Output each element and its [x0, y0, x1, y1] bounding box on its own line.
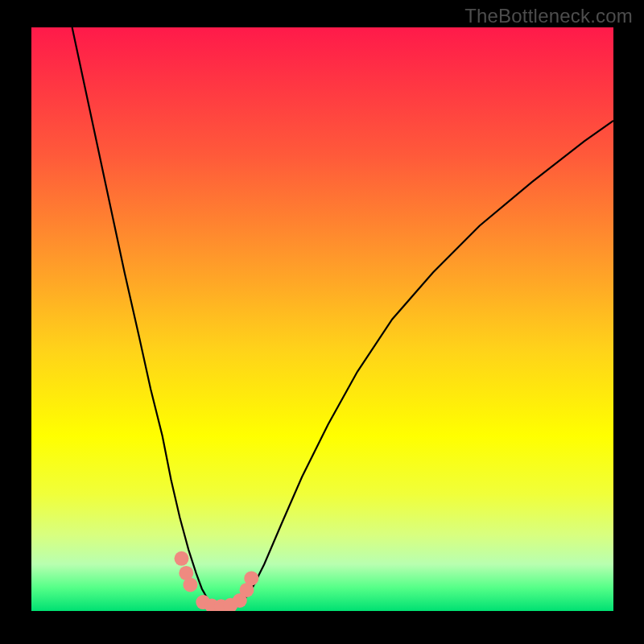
- chart-marker-dot: [183, 577, 197, 592]
- chart-frame: TheBottleneck.com: [0, 0, 644, 644]
- chart-svg: [31, 27, 613, 611]
- chart-markers: [175, 551, 259, 611]
- chart-plot-area: [31, 27, 613, 611]
- chart-curve: [72, 27, 613, 609]
- chart-marker-dot: [175, 551, 189, 566]
- chart-marker-dot: [244, 571, 258, 585]
- watermark-text: TheBottleneck.com: [464, 5, 633, 27]
